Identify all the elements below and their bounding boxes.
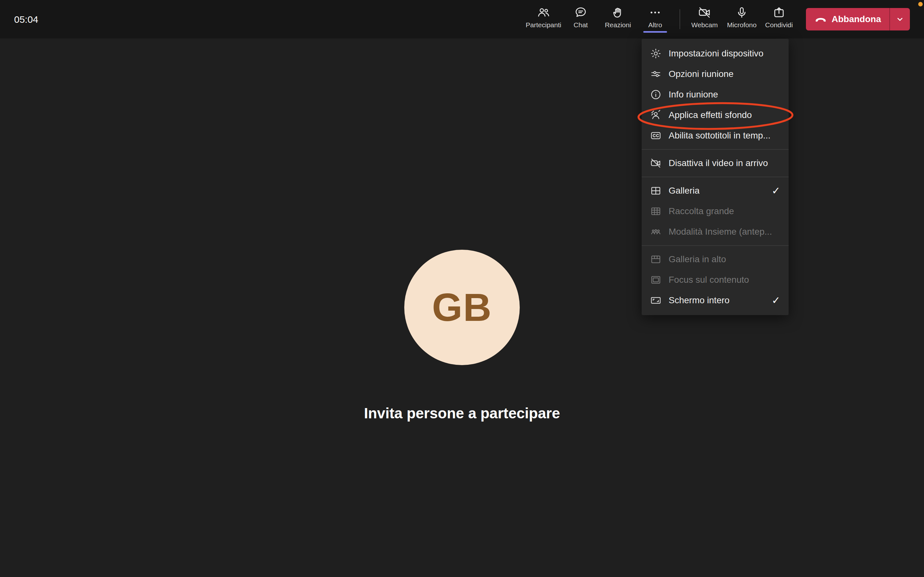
invite-text: Invita persone a partecipare <box>0 405 924 422</box>
menu-divider <box>642 149 788 150</box>
leave-button-group: Abbandona <box>806 8 910 31</box>
menu-item-label: Galleria <box>669 185 699 196</box>
video-off-icon <box>650 157 662 169</box>
menu-item-label: Schermo intero <box>669 295 730 306</box>
toolbar-tab-participants[interactable]: Partecipanti <box>525 0 562 39</box>
tab-indicator <box>531 31 556 33</box>
menu-item-large-gallery: Raccolta grande <box>642 201 788 221</box>
menu-item-content-focus: Focus sul contenuto <box>642 269 788 290</box>
menu-item-label: Modalità Insieme (antep... <box>669 227 772 237</box>
menu-item-label: Opzioni riunione <box>669 69 733 79</box>
menu-item-device-settings[interactable]: Impostazioni dispositivo <box>642 43 788 64</box>
menu-divider <box>642 245 788 246</box>
more-options-menu: Impostazioni dispositivo Opzioni riunion… <box>642 39 788 315</box>
menu-item-label: Impostazioni dispositivo <box>669 48 764 59</box>
avatar: GB <box>404 250 520 365</box>
menu-divider <box>642 177 788 177</box>
check-icon: ✓ <box>772 185 780 197</box>
fullscreen-icon <box>650 295 662 306</box>
tab-label: Condividi <box>765 21 793 29</box>
menu-item-gallery[interactable]: Galleria ✓ <box>642 181 788 201</box>
tab-indicator <box>569 31 593 33</box>
reactions-hand-icon <box>611 6 625 19</box>
background-effects-icon <box>650 109 662 121</box>
gallery-grid-icon <box>650 185 662 197</box>
meeting-toolbar: 05:04 Partecipanti Chat Reazion <box>0 0 924 39</box>
large-gallery-grid-icon <box>650 205 662 217</box>
share-screen-icon <box>772 6 786 19</box>
tab-indicator <box>730 31 754 33</box>
tab-label: Webcam <box>691 21 718 29</box>
tab-indicator <box>693 31 716 33</box>
recording-indicator-dot <box>918 2 923 6</box>
chevron-down-icon <box>895 14 905 25</box>
check-icon: ✓ <box>772 294 780 306</box>
menu-item-label: Abilita sottotitoli in temp... <box>669 131 771 141</box>
tab-label: Microfono <box>727 21 756 29</box>
tab-indicator <box>767 31 791 33</box>
menu-item-label: Applica effetti sfondo <box>669 110 752 120</box>
menu-item-label: Focus sul contenuto <box>669 275 749 285</box>
together-mode-icon <box>650 226 662 237</box>
chat-icon <box>574 6 588 19</box>
avatar-initials: GB <box>432 285 492 330</box>
info-icon <box>650 89 662 100</box>
sliders-icon <box>650 68 662 80</box>
participants-icon <box>537 6 550 19</box>
menu-item-full-screen[interactable]: Schermo intero ✓ <box>642 290 788 311</box>
menu-item-top-gallery: Galleria in alto <box>642 249 788 269</box>
tab-label: Partecipanti <box>526 21 561 29</box>
top-gallery-icon <box>650 253 662 265</box>
menu-item-background-effects[interactable]: Applica effetti sfondo <box>642 105 788 125</box>
toolbar-button-webcam[interactable]: Webcam <box>686 0 723 39</box>
toolbar-divider <box>680 9 680 29</box>
hangup-phone-icon <box>814 13 827 26</box>
more-ellipsis-icon <box>648 6 662 19</box>
toolbar-controls: Partecipanti Chat Reazioni Altro <box>525 0 910 39</box>
active-tab-indicator <box>643 31 667 33</box>
tab-label: Reazioni <box>605 21 631 29</box>
menu-item-live-captions[interactable]: Abilita sottotitoli in temp... <box>642 125 788 146</box>
menu-item-meeting-options[interactable]: Opzioni riunione <box>642 64 788 84</box>
tab-label: Chat <box>573 21 588 29</box>
tab-indicator <box>606 31 630 33</box>
microphone-icon <box>735 6 748 19</box>
leave-options-button[interactable] <box>890 8 910 31</box>
menu-item-together-mode: Modalità Insieme (antep... <box>642 221 788 242</box>
meeting-timer: 05:04 <box>14 14 38 25</box>
menu-item-label: Info riunione <box>669 89 718 100</box>
leave-button[interactable]: Abbandona <box>806 8 889 31</box>
webcam-off-icon <box>698 6 711 19</box>
toolbar-tab-chat[interactable]: Chat <box>562 0 599 39</box>
menu-item-meeting-info[interactable]: Info riunione <box>642 84 788 105</box>
menu-item-label: Disattiva il video in arrivo <box>669 158 768 168</box>
closed-captions-icon <box>650 130 662 141</box>
toolbar-button-microphone[interactable]: Microfono <box>723 0 760 39</box>
gear-icon <box>650 48 662 59</box>
toolbar-tab-more[interactable]: Altro <box>636 0 674 39</box>
menu-item-label: Raccolta grande <box>669 206 734 216</box>
menu-item-label: Galleria in alto <box>669 254 726 264</box>
menu-item-turn-off-incoming-video[interactable]: Disattiva il video in arrivo <box>642 153 788 173</box>
content-focus-icon <box>650 274 662 285</box>
toolbar-button-share[interactable]: Condividi <box>760 0 798 39</box>
toolbar-tab-reactions[interactable]: Reazioni <box>599 0 636 39</box>
tab-label: Altro <box>648 21 662 29</box>
leave-button-label: Abbandona <box>832 14 881 24</box>
